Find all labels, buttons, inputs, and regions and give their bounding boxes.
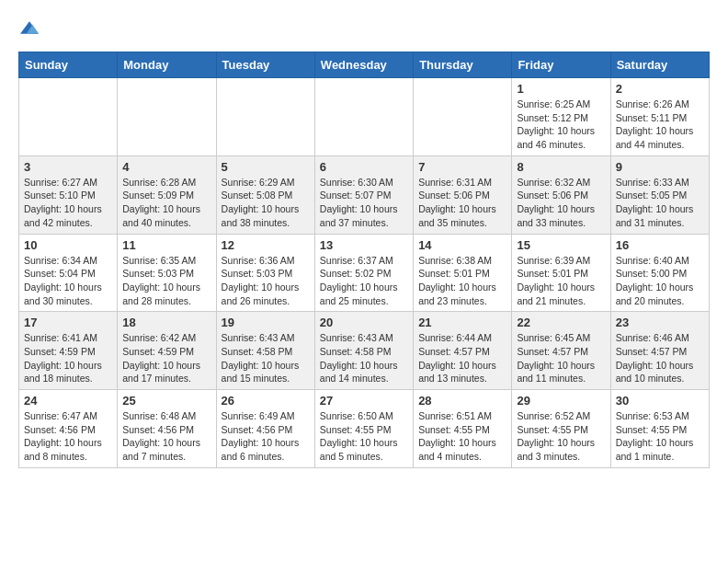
day-number: 18	[122, 316, 210, 329]
day-info: Sunrise: 6:44 AM Sunset: 4:57 PM Dayligh…	[418, 331, 506, 385]
weekday-header-cell: Thursday	[414, 52, 512, 78]
day-info: Sunrise: 6:38 AM Sunset: 5:01 PM Dayligh…	[418, 254, 506, 308]
calendar-week-row: 17Sunrise: 6:41 AM Sunset: 4:59 PM Dayli…	[19, 312, 710, 390]
day-info: Sunrise: 6:34 AM Sunset: 5:04 PM Dayligh…	[24, 254, 112, 308]
calendar-day-cell: 13Sunrise: 6:37 AM Sunset: 5:02 PM Dayli…	[314, 234, 413, 312]
day-number: 3	[24, 160, 112, 174]
calendar-day-cell	[414, 78, 512, 156]
day-info: Sunrise: 6:50 AM Sunset: 4:55 PM Dayligh…	[320, 409, 408, 464]
day-info: Sunrise: 6:36 AM Sunset: 5:03 PM Dayligh…	[222, 254, 310, 308]
calendar-day-cell: 8Sunrise: 6:32 AM Sunset: 5:06 PM Daylig…	[512, 155, 610, 234]
day-number: 28	[418, 394, 506, 408]
calendar-day-cell: 4Sunrise: 6:28 AM Sunset: 5:09 PM Daylig…	[118, 155, 216, 234]
day-info: Sunrise: 6:35 AM Sunset: 5:03 PM Dayligh…	[122, 254, 210, 308]
calendar-day-cell: 14Sunrise: 6:38 AM Sunset: 5:01 PM Dayli…	[414, 234, 512, 312]
day-info: Sunrise: 6:30 AM Sunset: 5:07 PM Dayligh…	[320, 176, 408, 230]
weekday-header-cell: Tuesday	[216, 52, 314, 78]
calendar-day-cell	[118, 78, 216, 156]
weekday-header-cell: Sunday	[19, 52, 118, 78]
calendar-day-cell: 23Sunrise: 6:46 AM Sunset: 4:57 PM Dayli…	[610, 312, 709, 390]
day-number: 13	[320, 238, 408, 252]
logo	[18, 18, 39, 37]
day-number: 21	[418, 316, 506, 329]
calendar-day-cell: 16Sunrise: 6:40 AM Sunset: 5:00 PM Dayli…	[610, 234, 709, 312]
calendar-day-cell: 25Sunrise: 6:48 AM Sunset: 4:56 PM Dayli…	[118, 390, 216, 468]
day-number: 8	[517, 160, 605, 174]
day-number: 9	[616, 160, 704, 174]
calendar-day-cell: 20Sunrise: 6:43 AM Sunset: 4:58 PM Dayli…	[314, 312, 413, 390]
day-number: 19	[222, 316, 310, 329]
calendar-week-row: 24Sunrise: 6:47 AM Sunset: 4:56 PM Dayli…	[19, 390, 710, 468]
day-number: 25	[122, 394, 210, 408]
day-number: 5	[222, 160, 310, 174]
day-info: Sunrise: 6:43 AM Sunset: 4:58 PM Dayligh…	[222, 331, 310, 385]
calendar-day-cell: 27Sunrise: 6:50 AM Sunset: 4:55 PM Dayli…	[314, 390, 413, 468]
calendar-day-cell: 30Sunrise: 6:53 AM Sunset: 4:55 PM Dayli…	[610, 390, 709, 468]
calendar-week-row: 10Sunrise: 6:34 AM Sunset: 5:04 PM Dayli…	[19, 234, 710, 312]
calendar-day-cell: 17Sunrise: 6:41 AM Sunset: 4:59 PM Dayli…	[19, 312, 118, 390]
calendar-day-cell: 6Sunrise: 6:30 AM Sunset: 5:07 PM Daylig…	[314, 155, 413, 234]
day-info: Sunrise: 6:29 AM Sunset: 5:08 PM Dayligh…	[222, 176, 310, 230]
calendar-day-cell: 18Sunrise: 6:42 AM Sunset: 4:59 PM Dayli…	[118, 312, 216, 390]
calendar-day-cell: 5Sunrise: 6:29 AM Sunset: 5:08 PM Daylig…	[216, 155, 314, 234]
calendar-day-cell: 28Sunrise: 6:51 AM Sunset: 4:55 PM Dayli…	[414, 390, 512, 468]
day-number: 14	[418, 238, 506, 252]
calendar-day-cell	[19, 78, 118, 156]
calendar-day-cell: 11Sunrise: 6:35 AM Sunset: 5:03 PM Dayli…	[118, 234, 216, 312]
day-number: 10	[24, 238, 112, 252]
day-number: 1	[517, 82, 605, 96]
day-info: Sunrise: 6:28 AM Sunset: 5:09 PM Dayligh…	[122, 176, 210, 230]
weekday-header-cell: Monday	[118, 52, 216, 78]
day-info: Sunrise: 6:27 AM Sunset: 5:10 PM Dayligh…	[24, 176, 112, 230]
calendar-day-cell: 24Sunrise: 6:47 AM Sunset: 4:56 PM Dayli…	[19, 390, 118, 468]
calendar-day-cell: 7Sunrise: 6:31 AM Sunset: 5:06 PM Daylig…	[414, 155, 512, 234]
day-number: 30	[616, 394, 704, 408]
calendar-day-cell: 26Sunrise: 6:49 AM Sunset: 4:56 PM Dayli…	[216, 390, 314, 468]
day-info: Sunrise: 6:25 AM Sunset: 5:12 PM Dayligh…	[517, 98, 605, 152]
day-info: Sunrise: 6:40 AM Sunset: 5:00 PM Dayligh…	[616, 254, 704, 308]
page-header	[18, 18, 710, 37]
calendar-day-cell: 21Sunrise: 6:44 AM Sunset: 4:57 PM Dayli…	[414, 312, 512, 390]
weekday-header-cell: Wednesday	[314, 52, 413, 78]
calendar-week-row: 3Sunrise: 6:27 AM Sunset: 5:10 PM Daylig…	[19, 155, 710, 234]
day-info: Sunrise: 6:41 AM Sunset: 4:59 PM Dayligh…	[24, 331, 112, 385]
calendar-table: SundayMondayTuesdayWednesdayThursdayFrid…	[18, 52, 710, 468]
day-number: 22	[517, 316, 605, 329]
calendar-day-cell: 29Sunrise: 6:52 AM Sunset: 4:55 PM Dayli…	[512, 390, 610, 468]
day-number: 6	[320, 160, 408, 174]
day-info: Sunrise: 6:51 AM Sunset: 4:55 PM Dayligh…	[418, 409, 506, 464]
calendar-day-cell: 3Sunrise: 6:27 AM Sunset: 5:10 PM Daylig…	[19, 155, 118, 234]
weekday-header-cell: Saturday	[610, 52, 709, 78]
day-info: Sunrise: 6:43 AM Sunset: 4:58 PM Dayligh…	[320, 331, 408, 385]
day-number: 2	[616, 82, 704, 96]
day-info: Sunrise: 6:32 AM Sunset: 5:06 PM Dayligh…	[517, 176, 605, 230]
day-number: 16	[616, 238, 704, 252]
day-info: Sunrise: 6:48 AM Sunset: 4:56 PM Dayligh…	[122, 409, 210, 464]
day-number: 23	[616, 316, 704, 329]
calendar-day-cell: 9Sunrise: 6:33 AM Sunset: 5:05 PM Daylig…	[610, 155, 709, 234]
calendar-day-cell	[314, 78, 413, 156]
day-info: Sunrise: 6:49 AM Sunset: 4:56 PM Dayligh…	[222, 409, 310, 464]
day-number: 27	[320, 394, 408, 408]
day-info: Sunrise: 6:33 AM Sunset: 5:05 PM Dayligh…	[616, 176, 704, 230]
calendar-body: 1Sunrise: 6:25 AM Sunset: 5:12 PM Daylig…	[19, 78, 710, 468]
calendar-day-cell: 12Sunrise: 6:36 AM Sunset: 5:03 PM Dayli…	[216, 234, 314, 312]
calendar-day-cell: 22Sunrise: 6:45 AM Sunset: 4:57 PM Dayli…	[512, 312, 610, 390]
day-info: Sunrise: 6:31 AM Sunset: 5:06 PM Dayligh…	[418, 176, 506, 230]
calendar-week-row: 1Sunrise: 6:25 AM Sunset: 5:12 PM Daylig…	[19, 78, 710, 156]
day-number: 4	[122, 160, 210, 174]
logo-icon	[20, 18, 39, 37]
day-info: Sunrise: 6:53 AM Sunset: 4:55 PM Dayligh…	[616, 409, 704, 464]
day-number: 12	[222, 238, 310, 252]
day-info: Sunrise: 6:46 AM Sunset: 4:57 PM Dayligh…	[616, 331, 704, 385]
day-info: Sunrise: 6:26 AM Sunset: 5:11 PM Dayligh…	[616, 98, 704, 152]
day-info: Sunrise: 6:47 AM Sunset: 4:56 PM Dayligh…	[24, 409, 112, 464]
calendar-day-cell: 19Sunrise: 6:43 AM Sunset: 4:58 PM Dayli…	[216, 312, 314, 390]
day-number: 11	[122, 238, 210, 252]
weekday-header-row: SundayMondayTuesdayWednesdayThursdayFrid…	[19, 52, 710, 78]
day-info: Sunrise: 6:45 AM Sunset: 4:57 PM Dayligh…	[517, 331, 605, 385]
weekday-header-cell: Friday	[512, 52, 610, 78]
day-number: 29	[517, 394, 605, 408]
calendar-day-cell: 2Sunrise: 6:26 AM Sunset: 5:11 PM Daylig…	[610, 78, 709, 156]
day-number: 24	[24, 394, 112, 408]
